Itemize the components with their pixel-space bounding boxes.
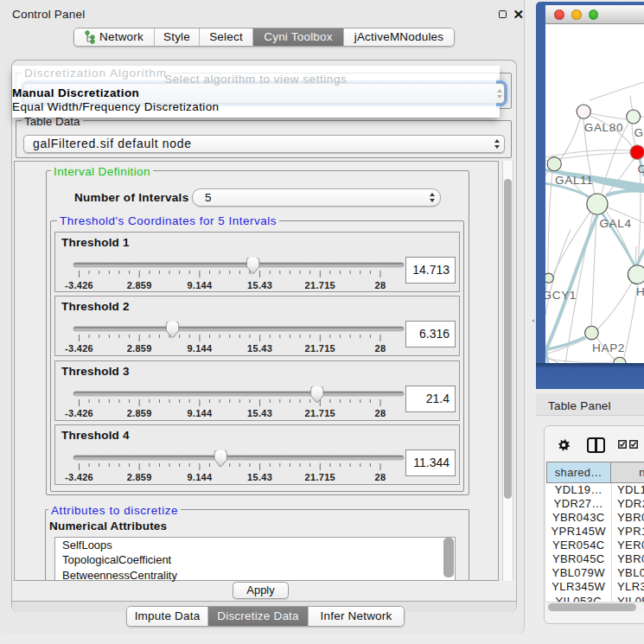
svg-text:2.859: 2.859	[127, 344, 152, 354]
svg-text:21.715: 21.715	[305, 344, 335, 354]
svg-text:28: 28	[375, 344, 386, 354]
svg-text:21.715: 21.715	[305, 408, 335, 418]
svg-text:9.144: 9.144	[187, 280, 213, 290]
svg-text:GCY1: GCY1	[545, 289, 577, 302]
svg-text:9.144: 9.144	[187, 408, 213, 418]
svg-text:HAP2: HAP2	[592, 341, 625, 354]
svg-text:21.715: 21.715	[305, 280, 335, 290]
svg-text:GAL80: GAL80	[584, 121, 624, 134]
svg-text:15.43: 15.43	[247, 408, 272, 418]
svg-text:15.43: 15.43	[247, 472, 272, 482]
svg-text:GAL4: GAL4	[599, 217, 631, 230]
svg-text:28: 28	[375, 280, 386, 290]
svg-text:GA: GA	[634, 126, 644, 139]
svg-text:28: 28	[375, 408, 386, 418]
svg-text:C: C	[638, 163, 644, 175]
svg-text:9.144: 9.144	[187, 344, 213, 354]
svg-text:2.859: 2.859	[127, 472, 152, 482]
svg-text:28: 28	[375, 472, 386, 482]
svg-text:9.144: 9.144	[187, 472, 213, 482]
svg-text:-3.426: -3.426	[65, 472, 93, 482]
svg-text:2.859: 2.859	[127, 280, 152, 290]
svg-text:2.859: 2.859	[127, 408, 152, 418]
svg-text:21.715: 21.715	[305, 472, 335, 482]
svg-text:15.43: 15.43	[247, 280, 272, 290]
svg-text:-3.426: -3.426	[65, 280, 93, 290]
svg-text:-3.426: -3.426	[65, 344, 93, 354]
svg-text:-3.426: -3.426	[65, 408, 93, 418]
svg-text:15.43: 15.43	[247, 344, 272, 354]
svg-text:H: H	[636, 285, 644, 298]
svg-text:GAL11: GAL11	[555, 174, 594, 187]
